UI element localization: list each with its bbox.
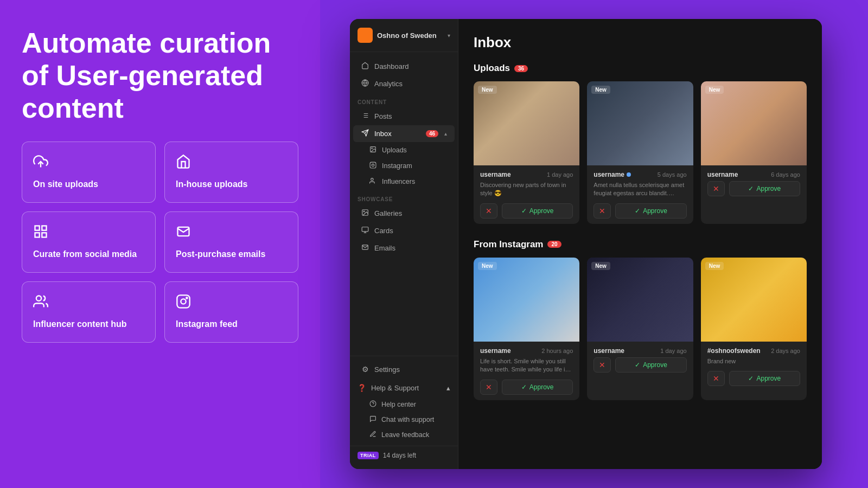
sidebar-item-settings[interactable]: ⚙ Settings [353,361,455,377]
svg-rect-1 [35,226,40,230]
card-time-ic1: 2 hours ago [541,348,573,354]
settings-icon: ⚙ [361,365,369,374]
help-subitem-help-center[interactable]: Help center [350,397,458,412]
instagram-section-header: From Instagram 20 [474,239,807,250]
inbox-subnav: Uploads Instagram Influencers [354,143,458,189]
help-label: Help & Support [371,384,419,392]
sidebar-nav: Dashboard Analytics CONTENT Posts Inbox … [350,52,458,356]
sidebar-item-galleries[interactable]: Galleries [353,205,455,222]
sidebar-item-dashboard[interactable]: Dashboard [353,58,455,75]
img-card-ic1: New username 2 hours ago Life is short. … [474,258,579,400]
sidebar-item-emails[interactable]: Emails [353,240,455,256]
sidebar-item-posts[interactable]: Posts [353,108,455,125]
card-desc-uc1: Discovering new parts of town in style 😎 [480,181,573,198]
verified-dot [627,172,631,177]
card-meta-uc1: username 1 day ago Discovering new parts… [474,165,579,224]
card-username-uc2: username [593,171,631,178]
card-image-ic2: New [587,258,693,342]
card-meta-ic3: #oshnoofsweden 2 days ago Brand new ✕ ✓ … [701,342,807,391]
approve-button-uc3[interactable]: ✓ Approve [729,181,800,196]
analytics-icon [361,79,369,88]
chat-support-icon [369,415,376,424]
sidebar-subitem-uploads[interactable]: Uploads [358,143,455,158]
hero-title: Automate curation of User-generated cont… [22,27,298,124]
card-meta-row-uc1: username 1 day ago [480,171,573,178]
help-subitem-chat-support[interactable]: Chat with support [350,412,458,427]
sidebar-item-analytics[interactable]: Analytics [353,75,455,92]
feature-card-social[interactable]: Curate from social media [22,211,156,273]
approve-check-icon-uc3: ✓ [748,185,754,192]
reject-button-ic3[interactable]: ✕ [707,371,725,386]
feature-card-on-site[interactable]: On site uploads [22,142,156,203]
svg-point-23 [372,164,374,166]
emails-nav-icon [361,243,369,253]
approve-label-ic2: Approve [643,361,667,369]
galleries-nav-icon [361,209,369,218]
approve-button-uc2[interactable]: ✓ Approve [615,203,686,219]
in-house-icon [176,154,287,171]
sidebar-label-posts: Posts [374,112,392,120]
img-card-ic3: New #oshnoofsweden 2 days ago Brand new … [701,258,807,400]
card-meta-row-ic3: #oshnoofsweden 2 days ago [707,347,800,355]
svg-rect-7 [177,295,189,307]
showcase-section-label: SHOWCASE [350,190,458,204]
org-name: Oshno of Sweden [377,31,443,40]
new-badge-ic2: New [591,262,610,270]
help-center-icon [369,400,376,409]
feature-card-influencer[interactable]: Influencer content hub [22,281,156,343]
reject-button-uc1[interactable]: ✕ [480,203,497,219]
sidebar-label-dashboard: Dashboard [374,62,409,70]
instagram-sub-icon [368,162,377,170]
reject-button-uc3[interactable]: ✕ [707,181,725,196]
approve-button-ic1[interactable]: ✓ Approve [502,380,573,395]
card-time-uc2: 5 days ago [658,171,687,178]
uploads-section-title: Uploads [474,63,510,74]
trial-bar: TRIAL 14 days left [350,446,458,465]
svg-point-9 [186,297,187,298]
approve-check-icon-uc2: ✓ [635,207,640,215]
feature-card-in-house[interactable]: In-house uploads [164,142,298,203]
card-time-ic2: 1 day ago [660,348,686,354]
card-actions-ic1: ✕ ✓ Approve [480,380,573,395]
help-support-toggle[interactable]: ❓ Help & Support ▴ [350,380,458,396]
uploads-sub-icon [368,146,377,155]
sidebar-bottom: ⚙ Settings ❓ Help & Support ▴ Help cente [350,356,458,469]
sidebar-header[interactable]: Oshno of Sweden ▾ [350,19,458,52]
card-meta-ic2: username 1 day ago ✕ ✓ Approve [587,342,693,378]
card-actions-uc2: ✕ ✓ Approve [593,203,686,219]
help-subitem-label-help-center: Help center [381,401,416,408]
sidebar-item-inbox[interactable]: Inbox 46▴ [353,125,455,142]
sidebar: Oshno of Sweden ▾ Dashboard Analytics CO… [350,19,458,469]
dropdown-arrow-icon[interactable]: ▾ [448,33,450,38]
approve-button-uc1[interactable]: ✓ Approve [502,203,573,219]
feature-card-post-purchase[interactable]: Post-purchase emails [164,211,298,273]
card-image-uc1: New [474,81,579,165]
img-card-uc2: New username 5 days ago Amet nulla tellu… [587,81,693,224]
new-badge-ic1: New [478,262,497,270]
upload-cards-grid: New username 1 day ago Discovering new p… [474,81,807,224]
approve-label-uc3: Approve [756,185,781,192]
sidebar-subitem-influencers[interactable]: Influencers [358,174,455,189]
card-meta-row-uc3: username 6 days ago [707,171,800,178]
approve-button-ic2[interactable]: ✓ Approve [615,357,686,373]
svg-point-8 [181,299,186,304]
card-photo-uc2 [587,81,693,165]
inbox-title: Inbox [474,34,807,51]
approve-button-ic3[interactable]: ✓ Approve [729,371,800,386]
sidebar-label-emails: Emails [374,244,395,252]
help-header-left: ❓ Help & Support [358,384,419,392]
reject-button-ic2[interactable]: ✕ [593,357,611,373]
reject-button-uc2[interactable]: ✕ [593,203,611,219]
approve-check-icon-ic3: ✓ [748,375,754,382]
help-subitem-feedback[interactable]: Leave feedback [350,427,458,442]
chevron-up-icon: ▴ [446,384,450,392]
card-username-ic3: #oshnoofsweden [707,347,761,355]
app-window: Oshno of Sweden ▾ Dashboard Analytics CO… [350,19,822,469]
card-actions-uc3: ✕ ✓ Approve [707,181,800,196]
help-submenu: Help center Chat with support Leave feed… [350,396,458,444]
reject-button-ic1[interactable]: ✕ [480,380,497,395]
card-username-ic1: username [480,347,511,355]
feature-card-instagram[interactable]: Instagram feed [164,281,298,343]
sidebar-item-cards[interactable]: Cards [353,222,455,239]
sidebar-subitem-instagram[interactable]: Instagram [358,158,455,174]
